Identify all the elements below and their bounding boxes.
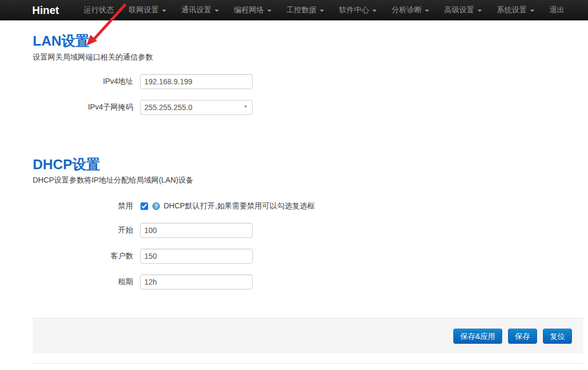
nav-item-industrial-data[interactable]: 工控数据 — [279, 0, 332, 20]
dhcp-clients-input[interactable] — [140, 249, 253, 264]
dhcp-disable-label: 禁用 — [33, 201, 133, 211]
caret-down-icon — [425, 10, 429, 12]
top-navbar: Hinet 运行状态 联网设置 通讯设置 编程网络 工控数据 软件中心 分析诊断… — [0, 0, 588, 20]
ipv4-address-label: IPv4地址 — [33, 77, 133, 86]
dhcp-section-subtitle: DHCP设置参数将IP地址分配给局域网(LAN)设备 — [33, 176, 583, 185]
nav-item-network-settings[interactable]: 联网设置 — [121, 0, 174, 20]
nav-item-run-status[interactable]: 运行状态 — [76, 0, 121, 20]
nav-item-comm-settings[interactable]: 通讯设置 — [174, 0, 226, 20]
ipv4-address-row: IPv4地址 — [33, 74, 583, 89]
nav-item-system-settings[interactable]: 系统设置 — [489, 0, 542, 20]
nav-item-logout[interactable]: 退出 — [542, 0, 572, 20]
dhcp-section-title: DHCP设置 — [33, 157, 583, 172]
main-content: LAN设置 设置网关局域网端口相关的通信参数 IPv4地址 IPv4子网掩码 2… — [33, 33, 583, 370]
lan-settings-page: { "navbar": { "brand": "Hinet", "items":… — [0, 0, 588, 370]
lan-section-title: LAN设置 — [33, 33, 583, 49]
dhcp-disable-description: DHCP默认打开,如果需要禁用可以勾选复选框 — [164, 201, 315, 211]
caret-down-icon — [215, 10, 219, 12]
dhcp-disable-checkbox[interactable] — [141, 202, 148, 210]
save-apply-button[interactable]: 保存&应用 — [453, 329, 502, 344]
dhcp-start-label: 开始 — [33, 226, 133, 235]
page-footer: Industrial intelligent communication gat… — [33, 363, 583, 370]
dhcp-lease-row: 租期 — [33, 274, 583, 289]
caret-down-icon — [372, 10, 377, 12]
dhcp-disable-row: 禁用 ? DHCP默认打开,如果需要禁用可以勾选复选框 — [33, 201, 583, 211]
nav-item-programming-network[interactable]: 编程网络 — [226, 0, 279, 20]
ipv4-netmask-label: IPv4子网掩码 — [33, 103, 133, 112]
action-bar: 保存&应用 保存 复位 — [33, 318, 583, 353]
caret-down-icon — [477, 10, 482, 12]
ipv4-netmask-select-wrap: 255.255.255.0 ▼ — [140, 100, 253, 115]
nav-item-analysis-diagnosis[interactable]: 分析诊断 — [384, 0, 437, 20]
dhcp-start-input[interactable] — [140, 223, 253, 238]
lan-section-subtitle: 设置网关局域网端口相关的通信参数 — [33, 53, 583, 62]
brand-logo[interactable]: Hinet — [32, 4, 59, 17]
ipv4-netmask-select[interactable]: 255.255.255.0 — [140, 100, 253, 115]
dhcp-clients-row: 客户数 — [33, 249, 583, 264]
save-button[interactable]: 保存 — [508, 329, 537, 344]
reset-button[interactable]: 复位 — [543, 329, 572, 344]
section-spacer — [33, 126, 583, 144]
dhcp-clients-label: 客户数 — [33, 251, 133, 261]
ipv4-netmask-row: IPv4子网掩码 255.255.255.0 ▼ — [33, 100, 583, 115]
ipv4-address-input[interactable] — [140, 74, 253, 89]
dhcp-lease-input[interactable] — [140, 274, 253, 289]
nav-item-advanced-settings[interactable]: 高级设置 — [437, 0, 489, 20]
nav-menu: 运行状态 联网设置 通讯设置 编程网络 工控数据 软件中心 分析诊断 高级设置 … — [76, 0, 572, 20]
caret-down-icon — [162, 10, 166, 12]
caret-down-icon — [267, 10, 271, 12]
caret-down-icon — [530, 10, 534, 12]
nav-item-software-center[interactable]: 软件中心 — [332, 0, 384, 20]
dhcp-start-row: 开始 — [33, 223, 583, 238]
caret-down-icon — [320, 10, 324, 12]
question-circle-icon: ? — [152, 202, 160, 210]
dhcp-lease-label: 租期 — [33, 277, 133, 287]
